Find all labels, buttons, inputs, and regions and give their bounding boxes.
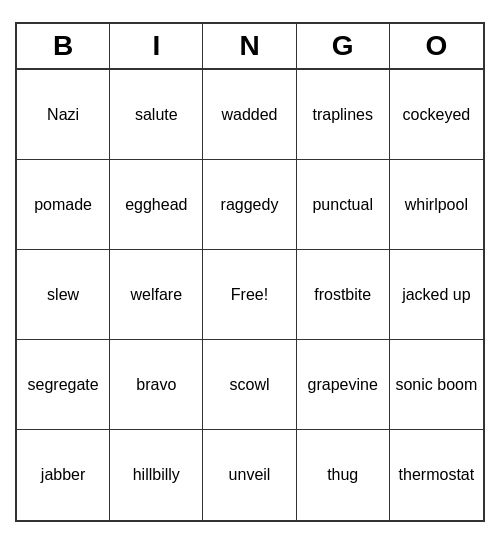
bingo-cell: grapevine [297,340,390,430]
cell-text: Nazi [47,105,79,124]
header-letter: N [203,24,296,68]
cell-text: welfare [131,285,183,304]
bingo-cell: cockeyed [390,70,483,160]
cell-text: sonic boom [395,375,477,394]
bingo-cell: egghead [110,160,203,250]
bingo-cell: welfare [110,250,203,340]
bingo-cell: bravo [110,340,203,430]
bingo-card: BINGO Nazisalutewaddedtraplinescockeyedp… [15,22,485,522]
cell-text: hillbilly [133,465,180,484]
cell-text: slew [47,285,79,304]
cell-text: jabber [41,465,85,484]
cell-text: Free! [231,285,268,304]
bingo-cell: salute [110,70,203,160]
bingo-cell: raggedy [203,160,296,250]
header-letter: B [17,24,110,68]
bingo-cell: punctual [297,160,390,250]
cell-text: salute [135,105,178,124]
cell-text: egghead [125,195,187,214]
cell-text: jacked up [402,285,471,304]
cell-text: segregate [28,375,99,394]
cell-text: unveil [229,465,271,484]
bingo-cell: Free! [203,250,296,340]
bingo-cell: pomade [17,160,110,250]
bingo-cell: frostbite [297,250,390,340]
cell-text: thug [327,465,358,484]
bingo-cell: traplines [297,70,390,160]
bingo-cell: unveil [203,430,296,520]
bingo-cell: jacked up [390,250,483,340]
bingo-cell: thermostat [390,430,483,520]
cell-text: whirlpool [405,195,468,214]
bingo-cell: slew [17,250,110,340]
cell-text: cockeyed [403,105,471,124]
bingo-cell: scowl [203,340,296,430]
bingo-header: BINGO [17,24,483,70]
cell-text: punctual [312,195,373,214]
cell-text: pomade [34,195,92,214]
bingo-cell: thug [297,430,390,520]
bingo-cell: hillbilly [110,430,203,520]
bingo-cell: jabber [17,430,110,520]
bingo-grid: Nazisalutewaddedtraplinescockeyedpomadee… [17,70,483,520]
cell-text: bravo [136,375,176,394]
header-letter: I [110,24,203,68]
header-letter: G [297,24,390,68]
cell-text: grapevine [308,375,378,394]
cell-text: wadded [221,105,277,124]
bingo-cell: whirlpool [390,160,483,250]
cell-text: raggedy [221,195,279,214]
cell-text: scowl [229,375,269,394]
bingo-cell: sonic boom [390,340,483,430]
header-letter: O [390,24,483,68]
cell-text: traplines [312,105,372,124]
bingo-cell: segregate [17,340,110,430]
bingo-cell: Nazi [17,70,110,160]
cell-text: thermostat [399,465,475,484]
cell-text: frostbite [314,285,371,304]
bingo-cell: wadded [203,70,296,160]
